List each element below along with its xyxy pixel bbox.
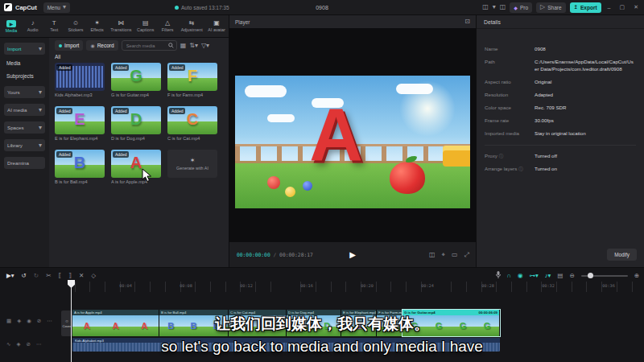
video-thumbnail: Added C [167,106,217,134]
media-item-e-elephant[interactable]: Added E E is for Elephant.mp4 [55,106,105,141]
timeline-ruler[interactable]: 00:04 00:08 00:12 00:16 00:20 00:24 00:2… [60,282,644,292]
capcut-window: CapCut Menu▾ Auto saved 13:17:35 0908 ◫ … [0,0,644,362]
media-sidebar: Import ▾ Media Subprojects Yours ▾ AI me… [0,38,49,267]
detail-row-colorspace: Color space Rec. 709 SDR [485,105,636,112]
record-button[interactable]: ◉ Record [86,40,118,51]
subtitle-chinese: 让我们回到媒体，我只有媒体。 [0,314,644,335]
panel-toggle-icon[interactable]: ◫ [500,4,506,10]
grid-view-icon[interactable]: ▦ [180,43,187,49]
delete-icon[interactable]: ✕ [79,273,84,279]
select-tool-icon[interactable]: ▶▾ [6,273,14,279]
export-icon: ↥ [574,4,578,10]
share-button[interactable]: ▷ Share [536,2,566,13]
tab-media[interactable]: ▶ Media [3,20,19,33]
info-icon: ⓘ [499,154,504,158]
magnet-snap-icon[interactable]: ∩ [507,272,511,279]
capcut-logo-icon [4,3,12,11]
trim-left-icon[interactable]: ⟦ [58,273,61,279]
sidebar-item-subprojects[interactable]: Subprojects [6,73,34,79]
added-badge: Added [56,108,72,114]
auto-ripple-icon[interactable]: ◉ [518,272,523,279]
search-input[interactable] [125,43,167,49]
import-button[interactable]: Import [55,40,83,51]
detail-row-proxy: Proxyⓘ Turned off [485,153,636,160]
media-item-b-ball[interactable]: Added B B is for Ball.mp4 [55,150,105,184]
section-all-label[interactable]: All [55,54,60,60]
tab-captions[interactable]: ▤ Captions [137,20,154,32]
media-item-a-apple[interactable]: Added A A is for Apple.mp4 [111,150,161,184]
cloud [245,85,287,97]
media-item-kids-alphabet[interactable]: Added Kids Alphabet.mp3 [55,63,105,97]
tab-transitions[interactable]: ⋈ Transitions [110,20,131,32]
play-button[interactable]: ▶ [349,250,356,259]
sidebar-item-media[interactable]: Media [6,60,20,66]
sidebar-item-import[interactable]: Import ▾ [4,43,45,55]
sidebar-item-spaces[interactable]: Spaces ▾ [4,121,45,134]
sidebar-item-yours[interactable]: Yours ▾ [4,86,45,98]
media-item-c-cat[interactable]: Added C C is for Cat.mp4 [167,106,217,141]
timeline-view-icon[interactable]: ▤ [557,273,563,279]
tab-effects[interactable]: ✶ Effects [89,20,105,32]
audio-options-icon[interactable]: ♪▾ [545,272,551,279]
red-ball [267,176,280,189]
filter-icon[interactable]: ▽▾ [201,43,209,49]
added-badge: Added [169,108,185,114]
import-dot-icon [59,44,62,47]
tab-text[interactable]: T Text [46,20,62,32]
mic-icon[interactable] [496,271,501,280]
tab-ai-avatar[interactable]: ▣ AI avatar [208,20,225,32]
search-icon [168,43,174,48]
fullscreen-icon[interactable]: ⤢ [464,252,469,258]
detail-row-arrange: Arrange layersⓘ Turned on [485,166,636,173]
media-item-g-guitar[interactable]: Added G G is for Guitar.mp4 [111,63,161,97]
modify-button[interactable]: Modify [607,249,637,261]
undo-icon[interactable]: ↺ [22,273,27,279]
split-icon[interactable]: ✂ [46,273,51,279]
zoom-in-icon[interactable]: ⊕ [634,273,639,279]
trim-right-icon[interactable]: ⟧ [68,273,72,279]
chevron-down-icon[interactable]: ▾ [493,4,496,10]
close-button[interactable]: ✕ [631,4,641,10]
sort-icon[interactable]: ⇅▾ [189,43,198,49]
focus-icon[interactable]: ⌖ [442,252,446,258]
keyframe-icon[interactable]: ◇ [91,273,96,279]
layout-toggle-icon[interactable]: ◫ [482,4,489,10]
transitions-icon: ⋈ [118,20,124,27]
tab-adjustment[interactable]: ⇆ Adjustment [181,20,203,32]
media-item-f-farm[interactable]: Added F F is for Farm.mp4 [167,63,217,97]
added-badge: Added [169,64,185,71]
video-viewport[interactable]: A [229,28,476,242]
player-title: Player [235,19,250,25]
maximize-button[interactable]: ▢ [617,4,628,10]
audio-waveform-thumbnail: Added [55,63,105,91]
chevron-down-icon: ▾ [39,142,42,149]
detail-row-path: Path C:/Users/Enamse/AppData/Local/CapCu… [485,59,636,73]
subtitle-english: so let's go back to media and only media… [0,338,644,356]
media-icon: ▶ [6,20,16,27]
video-thumbnail: Added G [111,63,161,91]
app-name: CapCut [15,4,37,11]
export-button[interactable]: ↥ Export [570,2,601,13]
video-thumbnail: Added A [111,150,161,178]
zoom-out-icon[interactable]: ⊖ [569,273,574,279]
minimize-button[interactable]: – [605,5,613,10]
sidebar-item-library[interactable]: Library ▾ [4,139,45,151]
slider-knob[interactable] [588,273,593,278]
cloud [396,84,433,94]
search-media-box[interactable] [122,40,177,51]
timeline-zoom-slider[interactable] [581,275,628,277]
tab-stickers[interactable]: ☺ Stickers [68,20,84,32]
sidebar-item-ai-media[interactable]: AI media ▾ [4,104,45,116]
compare-icon[interactable]: ◫ [429,252,436,258]
generate-with-ai-card[interactable]: ✶ Generate with AI [167,150,217,178]
menu-button[interactable]: Menu▾ [43,2,70,13]
sidebar-item-dreamina[interactable]: Dreamina [4,157,45,169]
tab-audio[interactable]: ♪ Audio [25,20,41,32]
pro-button[interactable]: ◆ Pro [510,2,532,13]
tab-filters[interactable]: △ Filters [159,20,175,32]
ratio-icon[interactable]: ▭ [452,252,458,258]
linked-preview-icon[interactable]: ⊶▾ [530,272,539,279]
expand-panel-icon[interactable]: ⊡ [464,19,470,25]
redo-icon[interactable]: ↻ [34,273,39,279]
media-item-d-dog[interactable]: Added D D is for Dog.mp4 [111,106,161,141]
